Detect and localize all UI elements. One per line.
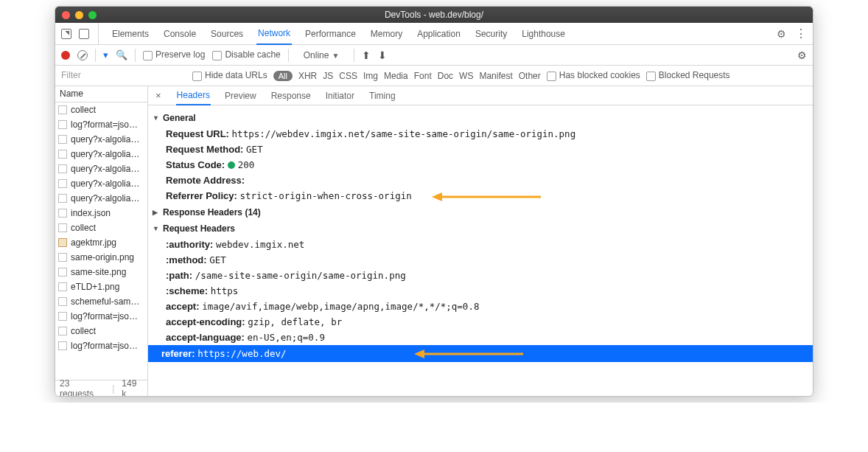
blocked-cookies-checkbox[interactable]: Has blocked cookies <box>547 70 640 80</box>
request-list: Name collectlog?format=jso…query?x-algol… <box>55 86 148 396</box>
request-row[interactable]: collect <box>55 102 147 117</box>
request-row[interactable]: collect <box>55 324 147 338</box>
file-icon <box>58 209 67 218</box>
clear-icon[interactable] <box>77 50 88 60</box>
headers-scroll[interactable]: ▼General Request URL: https://webdev.img… <box>148 105 813 396</box>
filter-manifest[interactable]: Manifest <box>479 71 512 81</box>
section-response-headers[interactable]: ▶Response Headers (14) <box>153 204 813 220</box>
request-row[interactable]: log?format=jso… <box>55 309 147 324</box>
filter-all[interactable]: All <box>273 71 293 81</box>
filter-img[interactable]: Img <box>363 71 378 81</box>
disable-cache-checkbox[interactable]: Disable cache <box>212 49 280 60</box>
element-picker-icon[interactable] <box>61 29 71 39</box>
download-har-icon[interactable]: ⬇ <box>378 49 387 61</box>
request-row[interactable]: query?x-algolia… <box>55 147 147 161</box>
tab-lighthouse[interactable]: Lighthouse <box>520 24 567 44</box>
tab-memory[interactable]: Memory <box>369 24 404 44</box>
request-row[interactable]: schemeful-sam… <box>55 294 147 309</box>
devtools-window: DevTools - web.dev/blog/ Elements Consol… <box>55 6 813 397</box>
file-icon <box>58 297 67 306</box>
network-settings-icon[interactable]: ⚙ <box>797 49 807 61</box>
name-column-header[interactable]: Name <box>55 86 147 102</box>
request-row[interactable]: agektmr.jpg <box>55 235 147 250</box>
tab-sources[interactable]: Sources <box>209 24 245 44</box>
filter-ws[interactable]: WS <box>459 71 473 81</box>
tab-security[interactable]: Security <box>474 24 508 44</box>
tab-elements[interactable]: Elements <box>111 24 150 44</box>
file-icon <box>58 164 67 173</box>
divider <box>95 49 96 62</box>
tab-initiator[interactable]: Initiator <box>325 87 355 105</box>
filter-icon[interactable]: ▾ <box>103 49 108 60</box>
file-icon <box>58 327 67 335</box>
upload-har-icon[interactable]: ⬆ <box>362 49 371 61</box>
request-name: log?format=jso… <box>71 119 138 130</box>
request-row[interactable]: same-site.png <box>55 265 147 279</box>
file-icon <box>58 194 67 203</box>
blocked-requests-label: Blocked Requests <box>659 70 730 80</box>
throttle-select[interactable]: Online▼ <box>296 49 347 62</box>
hide-data-urls-checkbox[interactable]: Hide data URLs <box>192 70 267 80</box>
tab-response[interactable]: Response <box>270 87 312 105</box>
tab-console[interactable]: Console <box>162 24 197 44</box>
general-status: Status Code: 200 <box>153 157 813 173</box>
search-icon[interactable]: 🔍 <box>116 49 127 60</box>
reqh-referer-highlighted: referer: https://web.dev/ <box>148 345 813 363</box>
reqh-accept: accept: image/avif,image/webp,image/apng… <box>153 299 813 314</box>
status-ok-icon <box>228 161 235 169</box>
reqh-path: :path: /same-site-same-origin/same-origi… <box>153 268 813 283</box>
tab-performance[interactable]: Performance <box>304 24 357 44</box>
request-name: log?format=jso… <box>71 341 138 351</box>
close-detail-icon[interactable]: × <box>155 90 161 101</box>
request-row[interactable]: index.json <box>55 206 147 220</box>
filter-other[interactable]: Other <box>519 71 541 81</box>
file-icon <box>58 341 67 350</box>
tab-headers[interactable]: Headers <box>176 86 211 105</box>
request-row[interactable]: query?x-algolia… <box>55 191 147 206</box>
tab-preview[interactable]: Preview <box>224 87 257 105</box>
request-name: query?x-algolia… <box>71 178 139 189</box>
filter-css[interactable]: CSS <box>339 71 357 81</box>
filter-js[interactable]: JS <box>323 71 333 81</box>
request-name: same-origin.png <box>71 252 134 262</box>
request-row[interactable]: eTLD+1.png <box>55 279 147 294</box>
tab-timing[interactable]: Timing <box>368 87 396 105</box>
request-name: same-site.png <box>71 267 126 277</box>
request-row[interactable]: query?x-algolia… <box>55 161 147 176</box>
request-row[interactable]: query?x-algolia… <box>55 176 147 191</box>
main-tabs: Elements Console Sources Network Perform… <box>55 23 813 45</box>
request-row[interactable]: log?format=jso… <box>55 338 147 353</box>
reqh-method: :method: GET <box>153 252 813 268</box>
svg-marker-3 <box>414 350 424 358</box>
request-name: schemeful-sam… <box>71 296 139 307</box>
filter-font[interactable]: Font <box>414 71 432 81</box>
request-row[interactable]: log?format=jso… <box>55 117 147 132</box>
file-icon <box>58 282 67 291</box>
tab-application[interactable]: Application <box>416 24 462 44</box>
section-general[interactable]: ▼General <box>153 110 813 126</box>
request-row[interactable]: collect <box>55 220 147 235</box>
record-icon[interactable] <box>61 51 70 60</box>
preserve-log-checkbox[interactable]: Preserve log <box>143 49 205 60</box>
reqh-accept-language: accept-language: en-US,en;q=0.9 <box>153 330 813 345</box>
file-icon <box>58 179 67 188</box>
filter-doc[interactable]: Doc <box>438 71 453 81</box>
request-row[interactable]: query?x-algolia… <box>55 132 147 147</box>
filter-media[interactable]: Media <box>384 71 408 81</box>
status-bar: 23 requests | 149 k <box>55 380 147 396</box>
request-name: agektmr.jpg <box>71 237 116 248</box>
request-row[interactable]: same-origin.png <box>55 250 147 265</box>
tab-network[interactable]: Network <box>256 23 292 45</box>
filter-xhr[interactable]: XHR <box>298 71 317 81</box>
annotation-arrow-icon <box>432 192 542 202</box>
requests-count: 23 requests <box>60 378 105 397</box>
device-toggle-icon[interactable] <box>79 29 89 39</box>
settings-icon[interactable]: ⚙ <box>777 28 786 40</box>
request-name: query?x-algolia… <box>71 149 139 159</box>
request-name: log?format=jso… <box>71 311 138 321</box>
blocked-requests-checkbox[interactable]: Blocked Requests <box>646 70 730 80</box>
filter-input[interactable] <box>61 69 186 83</box>
section-request-headers[interactable]: ▼Request Headers <box>153 220 813 237</box>
file-icon <box>58 150 67 159</box>
general-url: Request URL: https://webdev.imgix.net/sa… <box>153 126 813 142</box>
